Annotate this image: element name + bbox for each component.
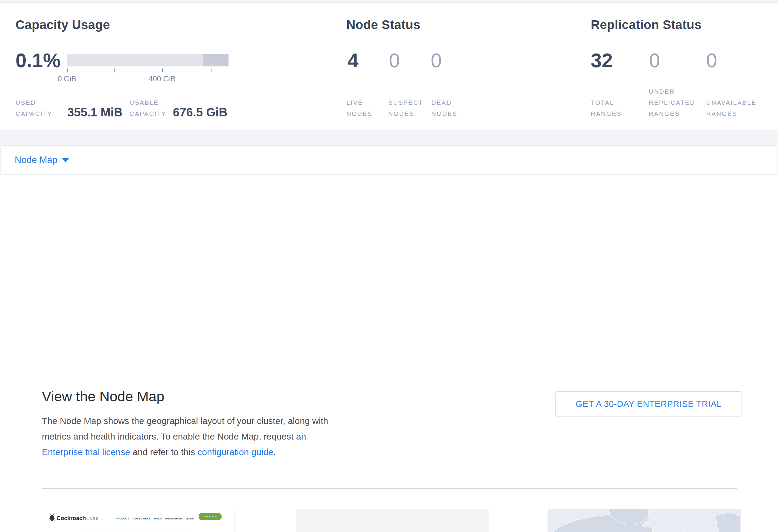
live-nodes-value: 4: [347, 51, 359, 70]
nav-item-blog[interactable]: BLOG: [186, 517, 194, 520]
step3-card: 1 geo=sfo 2 Nodes 9% CAPACITY 3.2 GiB 35…: [548, 509, 741, 532]
cluster-overview-page: Capacity Usage 0.1% 0 GiB 400 GiB USED C…: [0, 0, 778, 532]
section-divider: [42, 488, 737, 488]
total-ranges-label: TOTAL RANGES: [591, 97, 627, 119]
configuration-guide-link[interactable]: configuration guide: [198, 447, 274, 457]
node-map-promo-panel: View the Node Map The Node Map shows the…: [0, 175, 778, 532]
enterprise-trial-license-link[interactable]: Enterprise trial license: [42, 447, 130, 457]
nav-item-product[interactable]: PRODUCT: [116, 517, 130, 520]
dead-nodes-value: 0: [431, 51, 442, 70]
cluster-summary-panel: Capacity Usage 0.1% 0 GiB 400 GiB USED C…: [0, 2, 778, 131]
capacity-bar: [67, 54, 229, 66]
cockroach-bug-icon: [49, 513, 55, 522]
suspect-nodes-label: SUSPECT NODES: [388, 97, 425, 119]
usable-capacity-value: 676.5 GiB: [173, 105, 227, 119]
unavailable-ranges-label: UNAVAILABLE RANGES: [706, 97, 762, 119]
dead-nodes-label: DEAD NODES: [431, 97, 467, 119]
promo-description-text: .: [274, 447, 276, 457]
used-capacity-value: 355.1 MiB: [67, 105, 123, 119]
sql-code-area: > SET CLUSTER SETTING CLUSTER.ORGANIZATI…: [296, 509, 488, 532]
nav-item-docs[interactable]: DOCS: [154, 517, 162, 520]
chevron-down-icon[interactable]: [62, 158, 69, 162]
promo-description-text: The Node Map shows the geographical layo…: [42, 416, 328, 441]
replication-status-title: Replication Status: [591, 18, 701, 32]
capacity-usage-title: Capacity Usage: [15, 18, 110, 32]
capacity-tick: [162, 69, 163, 72]
step2-card: > SET CLUSTER SETTING CLUSTER.ORGANIZATI…: [296, 509, 488, 532]
view-selector-bar[interactable]: Node Map: [1, 145, 777, 174]
capacity-percent: 0.1%: [15, 51, 60, 70]
capacity-tick: [67, 69, 68, 72]
get-enterprise-trial-button[interactable]: GET A 30-DAY ENTERPRISE TRIAL: [555, 391, 742, 417]
total-ranges-value: 32: [591, 51, 613, 70]
nav-item-resources[interactable]: RESOURCES: [165, 517, 183, 520]
capacity-bar-dark-segment: [204, 54, 229, 66]
under-replicated-value: 0: [649, 51, 660, 70]
step1-card: Cockroach LABS PRODUCT CUSTOMERS DOCS RE…: [42, 509, 235, 532]
unavailable-ranges-value: 0: [706, 51, 717, 70]
page-title: View the Node Map: [42, 388, 164, 404]
usable-capacity-label: USABLE CAPACITY: [130, 97, 173, 119]
node-map-preview: 1 geo=sfo 2 Nodes 9% CAPACITY 3.2 GiB 35…: [549, 509, 741, 532]
view-selector-label[interactable]: Node Map: [15, 155, 58, 165]
live-nodes-label: LIVE NODES: [346, 97, 382, 119]
capacity-tick: [114, 69, 114, 72]
capacity-tick-label-0: 0 GiB: [52, 75, 82, 83]
used-capacity-label: USED CAPACITY: [15, 97, 55, 119]
suspect-nodes-value: 0: [389, 51, 400, 70]
mini-site-nav: PRODUCT CUSTOMERS DOCS RESOURCES BLOG: [116, 517, 194, 520]
logo-wordmark: Cockroach: [57, 515, 86, 522]
promo-description: The Node Map shows the geographical layo…: [42, 413, 338, 460]
download-button[interactable]: DOWNLOAD: [199, 513, 222, 520]
promo-description-text: and refer to this: [130, 447, 198, 457]
capacity-tick-label-400: 400 GiB: [140, 75, 184, 83]
logo-labs: LABS: [86, 517, 99, 521]
capacity-tick: [211, 69, 212, 72]
under-replicated-label: UNDER-REPLICATED RANGES: [649, 86, 704, 119]
nav-item-customers[interactable]: CUSTOMERS: [133, 517, 151, 520]
node-status-title: Node Status: [346, 18, 420, 32]
